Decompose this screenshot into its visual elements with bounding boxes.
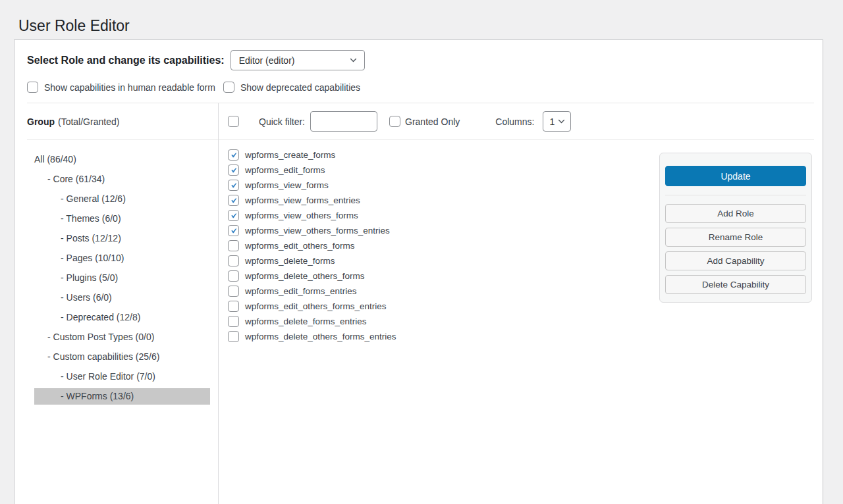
group-item[interactable]: - Themes (6/0): [34, 211, 210, 227]
capability-label: wpforms_create_forms: [245, 150, 335, 160]
capability-label: wpforms_view_others_forms: [245, 211, 358, 220]
select-all-checkbox[interactable]: [228, 116, 239, 127]
capability-row: wpforms_edit_forms: [228, 164, 396, 176]
add-capability-button[interactable]: Add Capability: [665, 251, 806, 270]
capability-checkbox[interactable]: [228, 255, 239, 266]
show-deprecated-checkbox[interactable]: [223, 82, 234, 93]
capability-row: wpforms_edit_others_forms: [228, 240, 396, 251]
capability-row: wpforms_edit_forms_entries: [228, 286, 396, 297]
capability-checkbox[interactable]: [228, 286, 239, 297]
capability-label: wpforms_delete_forms: [245, 256, 335, 266]
delete-capability-button[interactable]: Delete Capability: [665, 275, 806, 294]
capabilities-list: wpforms_create_formswpforms_edit_formswp…: [228, 149, 396, 504]
capability-row: wpforms_delete_others_forms: [228, 270, 396, 282]
capability-label: wpforms_delete_forms_entries: [245, 316, 367, 326]
group-item[interactable]: All (86/40): [34, 151, 210, 168]
columns-select-value: 1: [549, 116, 555, 127]
capability-row: wpforms_delete_others_forms_entries: [228, 331, 396, 342]
group-item[interactable]: - WPForms (13/6): [34, 388, 210, 405]
group-item[interactable]: - Custom Post Types (0/0): [34, 329, 210, 345]
human-readable-label: Show capabilities in human readable form: [44, 82, 215, 93]
capability-checkbox[interactable]: [228, 164, 239, 176]
human-readable-checkbox[interactable]: [27, 82, 38, 93]
update-button[interactable]: Update: [665, 166, 806, 186]
capability-checkbox[interactable]: [228, 331, 239, 342]
page-title: User Role Editor: [0, 0, 843, 35]
capability-checkbox[interactable]: [228, 210, 239, 221]
capability-checkbox[interactable]: [228, 270, 239, 282]
quick-filter-label: Quick filter:: [259, 116, 305, 127]
granted-only-label: Granted Only: [405, 116, 460, 127]
capability-row: wpforms_delete_forms_entries: [228, 316, 396, 327]
role-selector-row: Select Role and change its capabilities:…: [14, 40, 823, 70]
capability-label: wpforms_edit_forms: [245, 165, 325, 175]
capabilities-table: Group (Total/Granted) All (86/40)- Core …: [27, 103, 814, 504]
group-item[interactable]: - User Role Editor (7/0): [34, 368, 210, 385]
capability-label: wpforms_view_forms: [245, 180, 329, 190]
user-role-editor-panel: Select Role and change its capabilities:…: [14, 39, 823, 504]
chevron-down-icon: [349, 56, 358, 64]
columns-label: Columns:: [495, 116, 534, 127]
role-select-value: Editor (editor): [239, 55, 295, 66]
show-deprecated-label: Show deprecated capabilities: [240, 82, 360, 93]
group-item[interactable]: - Custom capabilities (25/6): [34, 349, 210, 365]
capability-label: wpforms_view_others_forms_entries: [245, 226, 390, 236]
capability-row: wpforms_create_forms: [228, 149, 396, 161]
group-item[interactable]: - Core (61/34): [34, 171, 210, 188]
rename-role-button[interactable]: Rename Role: [665, 228, 806, 247]
capability-row: wpforms_view_others_forms: [228, 210, 396, 221]
capability-row: wpforms_delete_forms: [228, 255, 396, 266]
role-select[interactable]: Editor (editor): [231, 50, 365, 70]
quick-filter-input[interactable]: [310, 111, 377, 132]
groups-column: Group (Total/Granted) All (86/40)- Core …: [27, 103, 219, 504]
capabilities-area: wpforms_create_formswpforms_edit_formswp…: [219, 140, 814, 504]
capability-row: wpforms_view_others_forms_entries: [228, 225, 396, 236]
columns-select[interactable]: 1: [543, 111, 571, 132]
chevron-down-icon: [557, 117, 566, 126]
capability-label: wpforms_delete_others_forms: [245, 271, 365, 281]
groups-header: Group (Total/Granted): [27, 103, 218, 140]
capability-label: wpforms_view_forms_entries: [245, 195, 360, 205]
actions-panel: Update Add Role Rename Role Add Capabili…: [659, 153, 812, 303]
capability-checkbox[interactable]: [228, 225, 239, 236]
groups-tree: All (86/40)- Core (61/34)- General (12/6…: [34, 151, 210, 405]
capability-label: wpforms_edit_others_forms: [245, 241, 355, 251]
groups-header-title: Group: [27, 116, 55, 127]
capability-checkbox[interactable]: [228, 240, 239, 251]
capability-row: wpforms_edit_others_forms_entries: [228, 301, 396, 312]
group-item[interactable]: - Plugins (5/0): [34, 270, 210, 286]
capability-checkbox[interactable]: [228, 180, 239, 191]
capability-label: wpforms_edit_forms_entries: [245, 286, 357, 296]
divider: [665, 195, 806, 195]
capability-checkbox[interactable]: [228, 195, 239, 206]
role-selector-label: Select Role and change its capabilities:: [27, 55, 225, 66]
group-item[interactable]: - Pages (10/10): [34, 250, 210, 266]
capability-checkbox[interactable]: [228, 149, 239, 161]
capability-checkbox[interactable]: [228, 301, 239, 312]
capability-label: wpforms_edit_others_forms_entries: [245, 301, 387, 311]
add-role-button[interactable]: Add Role: [665, 204, 806, 223]
group-item[interactable]: - Posts (12/12): [34, 230, 210, 247]
capability-label: wpforms_delete_others_forms_entries: [245, 332, 396, 341]
capability-checkbox[interactable]: [228, 316, 239, 327]
groups-header-suffix: (Total/Granted): [58, 116, 119, 127]
capability-row: wpforms_view_forms_entries: [228, 195, 396, 206]
filter-bar: Quick filter: Granted Only Columns: 1: [219, 103, 814, 140]
capability-row: wpforms_view_forms: [228, 180, 396, 191]
group-item[interactable]: - Users (6/0): [34, 290, 210, 306]
granted-only-checkbox[interactable]: [389, 116, 400, 127]
capabilities-column: Quick filter: Granted Only Columns: 1 wp…: [219, 103, 814, 504]
group-item[interactable]: - General (12/6): [34, 191, 210, 207]
group-item[interactable]: - Deprecated (12/8): [34, 309, 210, 326]
display-options-row: Show capabilities in human readable form…: [14, 70, 823, 103]
